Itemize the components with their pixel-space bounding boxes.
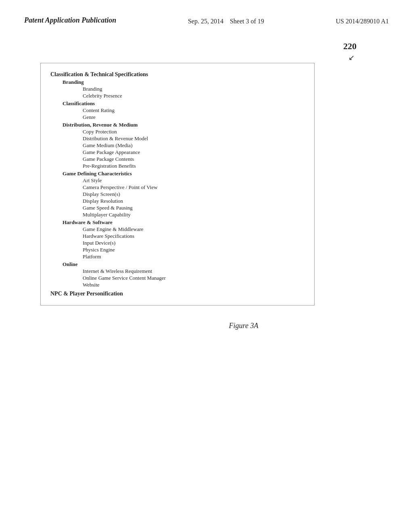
section-online: Online [63,261,305,268]
diagram-arrow: ↙ [348,53,355,62]
item-content-rating: Content Rating [83,107,305,114]
item-internet-wireless: Internet & Wireless Requirement [83,268,305,274]
item-hardware-specs: Hardware Specifications [83,233,305,239]
sheet-label: Sheet 3 of 19 [230,18,264,25]
item-display-resolution: Display Resolution [83,198,305,204]
section-game-defining: Game Defining Characteristics [63,170,305,177]
item-multiplayer-capability: Multiplayer Capability [83,212,305,218]
item-display-screens: Display Screen(s) [83,191,305,197]
item-genre: Genre [83,114,305,121]
item-input-devices: Input Device(s) [83,240,305,246]
figure-label: Figure 3A [106,322,381,330]
date-label: Sep. 25, 2014 [188,18,223,25]
publication-date: Sep. 25, 2014 Sheet 3 of 19 [188,16,264,25]
diagram-area: 220 ↙ Classification & Technical Specifi… [0,33,413,346]
box-footer: NPC & Player Personification [50,291,305,297]
item-website: Website [83,282,305,288]
box-title: Classification & Technical Specification… [50,71,305,78]
item-distribution-revenue-model: Distribution & Revenue Model [83,135,305,142]
item-copy-protection: Copy Protection [83,129,305,135]
item-celebrity-presence: Celebrity Presence [83,93,305,99]
diagram-number: 220 [343,41,357,52]
content-box: Classification & Technical Specification… [40,63,315,305]
patent-number: US 2014/289010 A1 [336,16,389,25]
item-platform: Platform [83,254,305,260]
item-pre-registration-benefits: Pre-Registration Benefits [83,163,305,169]
section-classifications: Classifications [63,100,305,107]
publication-title: Patent Application Publication [24,16,116,25]
item-physics-engine: Physics Engine [83,247,305,253]
item-camera-perspective: Camera Perspective / Point of View [83,184,305,191]
item-game-package-appearance: Game Package Appearance [83,149,305,156]
section-distribution: Distribution, Revenue & Medium [63,122,305,128]
item-branding: Branding [83,86,305,92]
section-hardware-software: Hardware & Software [63,219,305,226]
item-online-game-service: Online Game Service Content Manager [83,275,305,281]
item-game-speed-pausing: Game Speed & Pausing [83,205,305,211]
item-game-package-contents: Game Package Contents [83,156,305,162]
item-game-medium: Game Medium (Media) [83,142,305,149]
section-branding: Branding [63,79,305,85]
item-art-style: Art Style [83,177,305,184]
item-game-engine: Game Engine & Middleware [83,226,305,233]
page-header: Patent Application Publication Sep. 25, … [0,0,413,33]
